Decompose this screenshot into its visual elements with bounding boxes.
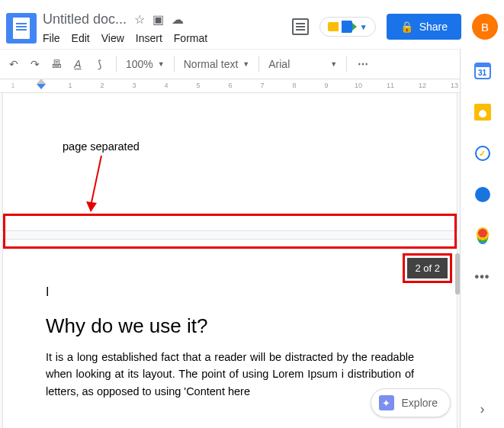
keep-icon[interactable]	[474, 104, 491, 121]
move-icon[interactable]: ▣	[152, 12, 164, 27]
redo-icon[interactable]: ↷	[27, 58, 43, 70]
zoom-select[interactable]: 100%▼	[126, 58, 165, 70]
cloud-status-icon[interactable]: ☁	[172, 12, 184, 27]
left-indent-icon[interactable]	[37, 84, 46, 89]
body-paragraph[interactable]: It is a long established fact that a rea…	[46, 349, 414, 400]
annotation-text: page separated	[63, 140, 140, 153]
chevron-down-icon: ▼	[158, 60, 165, 68]
vertical-scrollbar[interactable]	[454, 93, 460, 428]
ruler-tick: 3	[129, 82, 140, 89]
paint-format-icon[interactable]: ⟆	[91, 58, 107, 70]
ruler-tick: 1	[65, 82, 75, 89]
explore-button[interactable]: ✦ Explore	[371, 388, 451, 417]
text-cursor[interactable]: I	[46, 285, 414, 299]
ruler-tick: 7	[257, 82, 268, 89]
addons-more-icon[interactable]: •••	[474, 269, 491, 285]
share-label: Share	[419, 21, 448, 33]
comments-icon[interactable]	[292, 18, 309, 35]
lock-icon: 🔒	[400, 21, 413, 33]
ruler-tick: 9	[321, 82, 332, 89]
toolbar: ↶ ↷ 🖶 A ⟆ 100%▼ Normal text▼ Arial▼ ⋯	[0, 49, 504, 79]
menu-file[interactable]: File	[43, 32, 60, 44]
maps-icon[interactable]	[474, 227, 491, 244]
chevron-down-icon: ▼	[360, 23, 368, 31]
body-heading[interactable]: Why do we use it?	[46, 314, 414, 338]
chevron-down-icon: ▼	[330, 60, 337, 68]
ruler-tick: 4	[161, 82, 172, 89]
paragraph-style-select[interactable]: Normal text▼	[184, 58, 250, 70]
tasks-icon[interactable]: ✓	[474, 145, 491, 162]
ruler-tick: 12	[417, 82, 428, 89]
calendar-icon[interactable]: 31	[474, 63, 491, 79]
menu-view[interactable]: View	[101, 32, 124, 44]
svg-line-0	[91, 156, 101, 206]
ruler-tick: 11	[385, 82, 396, 89]
document-canvas[interactable]: page separated 2 of 2 I Why do we use it…	[0, 93, 460, 428]
ruler-tick: 10	[353, 82, 364, 89]
page-1[interactable]: page separated	[3, 93, 457, 230]
explore-icon: ✦	[379, 395, 394, 410]
side-panel: 31 ✓ 👤 ••• ›	[460, 49, 504, 428]
meet-button[interactable]: ▼	[319, 17, 376, 37]
document-title[interactable]: Untitled doc...	[43, 11, 127, 27]
ruler-tick: 5	[193, 82, 204, 89]
account-avatar[interactable]: B	[472, 14, 498, 40]
undo-icon[interactable]: ↶	[6, 58, 21, 70]
docs-logo[interactable]	[6, 13, 37, 43]
star-icon[interactable]: ☆	[134, 12, 145, 27]
horizontal-ruler[interactable]: 1 1 2 3 4 5 6 7 8 9 10 11 12 13	[0, 79, 504, 93]
svg-marker-1	[86, 201, 97, 212]
spellcheck-icon[interactable]: A	[70, 58, 85, 70]
ruler-tick: 2	[97, 82, 108, 89]
chevron-down-icon: ▼	[242, 60, 249, 68]
menubar: File Edit View Insert Format	[43, 32, 207, 44]
page-indicator: 2 of 2	[407, 258, 448, 278]
ruler-tick: 13	[449, 82, 460, 89]
explore-label: Explore	[402, 397, 438, 409]
annotation-arrow-icon	[83, 154, 114, 214]
app-header: Untitled doc... ☆ ▣ ☁ File Edit View Ins…	[0, 0, 504, 49]
more-icon[interactable]: ⋯	[356, 58, 371, 70]
ruler-tick: 6	[225, 82, 236, 89]
sidepanel-collapse-icon[interactable]: ›	[480, 401, 485, 417]
menu-insert[interactable]: Insert	[136, 32, 162, 44]
menu-format[interactable]: Format	[174, 32, 207, 44]
ruler-tick: 8	[289, 82, 300, 89]
menu-edit[interactable]: Edit	[72, 32, 90, 44]
share-button[interactable]: 🔒 Share	[387, 14, 461, 40]
contacts-icon[interactable]: 👤	[474, 186, 491, 203]
print-icon[interactable]: 🖶	[49, 58, 64, 70]
ruler-tick: 1	[8, 82, 18, 89]
font-family-select[interactable]: Arial▼	[268, 58, 337, 70]
